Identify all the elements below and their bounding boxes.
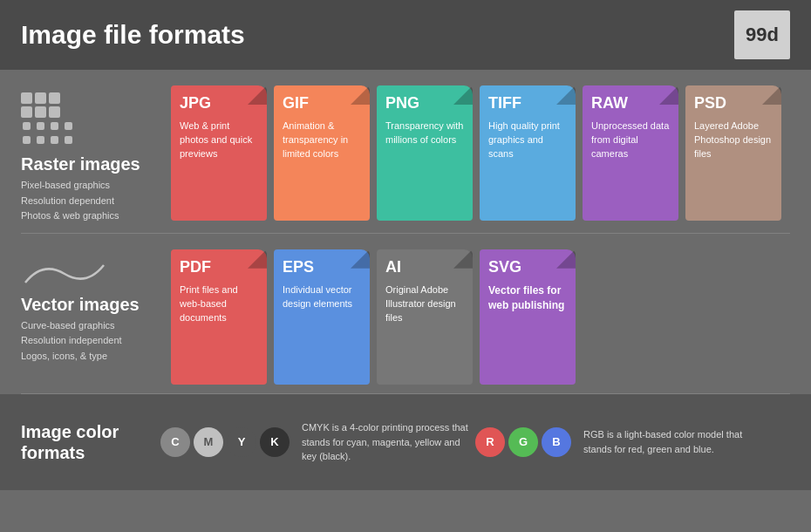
vector-title: Vector images bbox=[21, 295, 160, 315]
color-formats-title: Image color formats bbox=[21, 421, 160, 463]
card-svg: SVG Vector files for web publishing bbox=[480, 249, 576, 385]
rgb-circle-r: R bbox=[475, 427, 505, 457]
card-desc-svg: Vector files for web publishing bbox=[488, 283, 567, 314]
card-label-tiff: TIFF bbox=[488, 94, 567, 113]
card-pdf: PDF Print files and web-based documents bbox=[171, 249, 267, 385]
card-label-pdf: PDF bbox=[180, 258, 258, 276]
card-raw: RAW Unprocessed data from digital camera… bbox=[583, 85, 678, 221]
cmyk-circle-k: K bbox=[260, 427, 290, 457]
card-ai: AI Original Adobe Illustrator design fil… bbox=[377, 249, 473, 385]
cmyk-desc: CMYK is a 4-color printing process that … bbox=[302, 420, 475, 464]
rgb-circle-b: B bbox=[542, 427, 571, 457]
vector-desc: Curve-based graphics Resolution independ… bbox=[21, 318, 160, 365]
card-desc-png: Transparency with millions of colors bbox=[385, 119, 464, 147]
card-gif: GIF Animation & transparency in limited … bbox=[274, 85, 370, 221]
cmyk-circle-y: Y bbox=[227, 427, 256, 457]
card-label-ai: AI bbox=[385, 258, 464, 276]
header: Image file formats 99d bbox=[0, 0, 811, 70]
card-desc-psd: Layered Adobe Photoshop design files bbox=[694, 119, 773, 161]
card-desc-gif: Animation & transparency in limited colo… bbox=[283, 119, 361, 161]
raster-icon bbox=[21, 92, 160, 146]
card-label-eps: EPS bbox=[283, 258, 361, 276]
rgb-circles: RGB bbox=[475, 427, 571, 457]
card-desc-pdf: Print files and web-based documents bbox=[180, 283, 258, 325]
rgb-desc: RGB is a light-based color model that st… bbox=[583, 427, 758, 456]
card-label-svg: SVG bbox=[488, 258, 567, 276]
cmyk-circle-m: M bbox=[194, 427, 223, 457]
cmyk-circles: CMYK bbox=[160, 427, 290, 457]
raster-cards: JPG Web & print photos and quick preview… bbox=[171, 85, 790, 221]
logo: 99d bbox=[734, 10, 790, 59]
vector-cards: PDF Print files and web-based documents … bbox=[171, 249, 790, 385]
cmyk-circle-c: C bbox=[160, 427, 190, 457]
vector-icon bbox=[21, 256, 160, 295]
card-label-raw: RAW bbox=[591, 94, 670, 113]
card-tiff: TIFF High quality print graphics and sca… bbox=[480, 85, 576, 221]
card-label-psd: PSD bbox=[694, 94, 773, 113]
card-desc-tiff: High quality print graphics and scans bbox=[488, 119, 567, 161]
card-png: PNG Transparency with millions of colors bbox=[377, 85, 473, 221]
raster-section: Raster images Pixel-based graphics Resol… bbox=[0, 70, 811, 233]
raster-title: Raster images bbox=[21, 154, 160, 174]
card-jpg: JPG Web & print photos and quick preview… bbox=[171, 85, 267, 221]
color-formats-section: Image color formats CMYK CMYK is a 4-col… bbox=[0, 394, 811, 490]
card-label-jpg: JPG bbox=[180, 94, 258, 113]
card-desc-ai: Original Adobe Illustrator design files bbox=[385, 283, 464, 325]
raster-desc: Pixel-based graphics Resolution dependen… bbox=[21, 178, 160, 224]
page-title: Image file formats bbox=[21, 20, 245, 50]
card-eps: EPS Individual vector design elements bbox=[274, 249, 370, 385]
card-label-gif: GIF bbox=[283, 94, 361, 113]
cmyk-group: CMYK CMYK is a 4-color printing process … bbox=[160, 420, 475, 464]
rgb-group: RGB RGB is a light-based color model tha… bbox=[475, 427, 790, 457]
raster-info: Raster images Pixel-based graphics Resol… bbox=[21, 85, 160, 224]
card-desc-raw: Unprocessed data from digital cameras bbox=[591, 119, 670, 161]
vector-section: Vector images Curve-based graphics Resol… bbox=[0, 234, 811, 393]
card-desc-jpg: Web & print photos and quick previews bbox=[180, 119, 258, 161]
card-psd: PSD Layered Adobe Photoshop design files bbox=[685, 85, 781, 221]
card-desc-eps: Individual vector design elements bbox=[283, 283, 361, 311]
vector-info: Vector images Curve-based graphics Resol… bbox=[21, 249, 160, 365]
rgb-circle-g: G bbox=[508, 427, 538, 457]
card-label-png: PNG bbox=[385, 94, 464, 113]
